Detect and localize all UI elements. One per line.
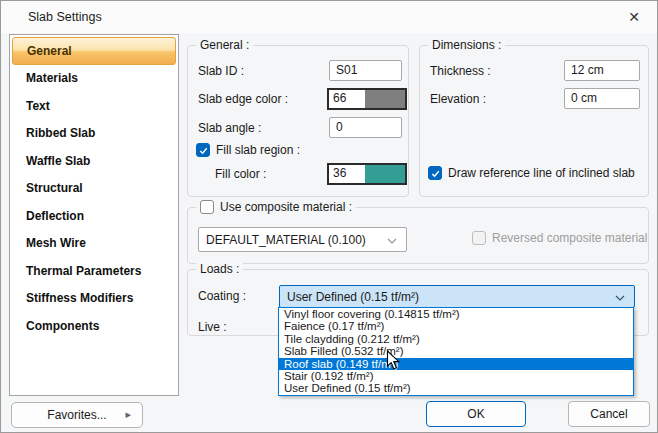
checkbox-disabled-icon <box>472 231 486 245</box>
slab-angle-input[interactable]: 0 <box>329 117 402 138</box>
sidebar-item-materials[interactable]: Materials <box>12 65 176 93</box>
elevation-label: Elevation : <box>430 92 486 106</box>
coating-option[interactable]: User Defined (0.15 tf/m²) <box>279 382 633 394</box>
coating-option-highlighted[interactable]: Roof slab (0.149 tf/m²) <box>279 358 633 370</box>
slab-edge-color-value: 66 <box>329 90 365 108</box>
coating-option[interactable]: Faience (0.17 tf/m²) <box>279 320 633 332</box>
fill-color-label: Fill color : <box>215 167 266 181</box>
elevation-input[interactable]: 0 cm <box>564 88 640 109</box>
ok-button[interactable]: OK <box>426 401 526 427</box>
chevron-down-icon <box>387 233 397 247</box>
thickness-label: Thickness : <box>430 64 491 78</box>
title-bar: Slab Settings ✕ <box>1 1 657 33</box>
favorites-label: Favorites... <box>47 408 106 422</box>
coating-select[interactable]: User Defined (0.15 tf/m²) <box>279 285 635 308</box>
slab-edge-color-label: Slab edge color : <box>198 92 288 106</box>
slab-edge-color-control[interactable]: 66 <box>327 88 407 110</box>
sidebar-item-stiffness-modifiers[interactable]: Stiffness Modifiers <box>12 285 176 313</box>
close-icon[interactable]: ✕ <box>611 1 657 32</box>
checkbox-unchecked-icon <box>200 200 214 214</box>
checkbox-checked-icon <box>428 166 442 180</box>
window-title: Slab Settings <box>28 10 102 24</box>
draw-reference-line-label: Draw reference line of inclined slab <box>448 166 635 180</box>
draw-reference-line-checkbox[interactable]: Draw reference line of inclined slab <box>428 166 635 180</box>
coating-dropdown-list: Vinyl floor covering (0.14815 tf/m²) Fai… <box>278 307 634 396</box>
coating-option[interactable]: Vinyl floor covering (0.14815 tf/m²) <box>279 308 633 320</box>
category-list: General Materials Text Ribbed Slab Waffl… <box>9 34 179 396</box>
fill-slab-region-checkbox[interactable]: Fill slab region : <box>196 143 300 157</box>
sidebar-item-deflection[interactable]: Deflection <box>12 202 176 230</box>
use-composite-material-checkbox[interactable]: Use composite material : <box>196 200 356 214</box>
sidebar-item-components[interactable]: Components <box>12 312 176 340</box>
dimensions-group-title: Dimensions : <box>428 38 505 52</box>
slab-id-label: Slab ID : <box>198 64 244 78</box>
sidebar-item-structural[interactable]: Structural <box>12 175 176 203</box>
slab-angle-label: Slab angle : <box>198 121 261 135</box>
coating-selected-value: User Defined (0.15 tf/m²) <box>287 290 419 304</box>
coating-option[interactable]: Tile claydding (0.212 tf/m²) <box>279 333 633 345</box>
composite-material-select[interactable]: DEFAULT_MATERIAL (0.100) <box>198 227 407 252</box>
fill-color-value: 36 <box>329 165 365 183</box>
favorites-arrow-icon: ▸ <box>125 408 131 421</box>
sidebar-item-text[interactable]: Text <box>12 92 176 120</box>
reversed-composite-material-label: Reversed composite material <box>492 231 647 245</box>
coating-label: Coating : <box>198 289 246 303</box>
slab-settings-dialog: Slab Settings ✕ General Materials Text R… <box>0 0 658 433</box>
sidebar-item-thermal-parameters[interactable]: Thermal Parameters <box>12 257 176 285</box>
use-composite-material-label: Use composite material : <box>220 200 352 214</box>
cancel-button[interactable]: Cancel <box>568 401 650 427</box>
coating-option[interactable]: Slab Filled (0.532 tf/m²) <box>279 345 633 357</box>
loads-group-title: Loads : <box>196 262 243 276</box>
composite-material-value: DEFAULT_MATERIAL (0.100) <box>206 233 366 247</box>
slab-edge-color-swatch <box>365 90 405 108</box>
cancel-button-label: Cancel <box>590 407 627 421</box>
coating-option[interactable]: Stair (0.192 tf/m²) <box>279 370 633 382</box>
favorites-button[interactable]: Favorites... ▸ <box>11 402 143 428</box>
thickness-input[interactable]: 12 cm <box>564 60 640 81</box>
checkbox-checked-icon <box>196 143 210 157</box>
ok-button-label: OK <box>467 407 484 421</box>
chevron-down-icon <box>615 290 625 304</box>
general-group-title: General : <box>196 38 253 52</box>
live-label: Live : <box>198 320 227 334</box>
mouse-cursor-icon <box>386 350 401 374</box>
fill-color-swatch <box>365 165 405 183</box>
sidebar-item-general[interactable]: General <box>12 37 176 65</box>
general-group: General : Slab ID : S01 Slab edge color … <box>187 45 409 197</box>
fill-slab-region-label: Fill slab region : <box>216 143 300 157</box>
sidebar-item-mesh-wire[interactable]: Mesh Wire <box>12 230 176 258</box>
reversed-composite-material-checkbox: Reversed composite material <box>472 231 647 245</box>
dimensions-group: Dimensions : Thickness : 12 cm Elevation… <box>419 45 649 197</box>
sidebar-item-ribbed-slab[interactable]: Ribbed Slab <box>12 120 176 148</box>
sidebar-item-waffle-slab[interactable]: Waffle Slab <box>12 147 176 175</box>
fill-color-control[interactable]: 36 <box>327 163 407 185</box>
slab-id-input[interactable]: S01 <box>329 60 402 81</box>
composite-material-group: Use composite material : DEFAULT_MATERIA… <box>187 207 649 264</box>
